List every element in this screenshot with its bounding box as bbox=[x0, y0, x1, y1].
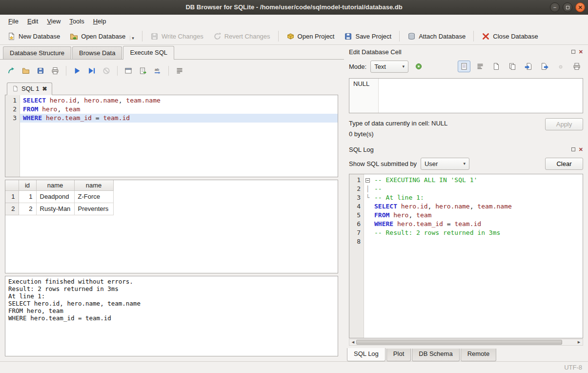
export-icon bbox=[541, 62, 548, 70]
code-line: 5FROM hero, team bbox=[349, 211, 583, 220]
menu-help[interactable]: Help bbox=[89, 16, 111, 27]
code-line: 7-- Result: 2 rows returned in 3ms bbox=[349, 228, 583, 237]
minimize-button[interactable]: − bbox=[550, 2, 560, 12]
wrap-lines-icon bbox=[476, 62, 484, 70]
close-database-button[interactable]: Close Database bbox=[477, 30, 543, 43]
sql-1-tab[interactable]: SQL 1 ✖ bbox=[7, 83, 52, 95]
text-view-button[interactable] bbox=[458, 61, 470, 72]
cell-view-icons bbox=[458, 61, 583, 72]
menu-tools[interactable]: Tools bbox=[65, 16, 88, 27]
scroll-left-icon[interactable]: ◀ bbox=[350, 340, 356, 344]
tab-plot[interactable]: Plot bbox=[386, 349, 411, 361]
log-horizontal-scrollbar[interactable]: ◀ ▶ bbox=[349, 339, 583, 346]
cell-editor[interactable]: NULL bbox=[349, 78, 583, 113]
table-cell[interactable]: Rusty-Man bbox=[36, 203, 74, 215]
document-view-button[interactable] bbox=[490, 61, 503, 72]
edit-cell-title: Edit Database Cell bbox=[349, 48, 571, 56]
open-in-external-button[interactable] bbox=[412, 61, 425, 72]
open-database-dropdown-icon[interactable]: ▾ bbox=[130, 36, 134, 41]
scrollbar-thumb[interactable] bbox=[356, 340, 562, 345]
corner-header[interactable] bbox=[5, 180, 19, 190]
tab-db-schema[interactable]: DB Schema bbox=[412, 349, 459, 361]
word-wrap-button[interactable] bbox=[173, 64, 186, 77]
sql-log-view: 1-- EXECUTING ALL IN 'SQL 1'2│--3└-- At … bbox=[349, 174, 583, 338]
tab-execute-sql[interactable]: Execute SQL bbox=[123, 46, 174, 60]
write-changes-button: Write Changes bbox=[146, 30, 208, 43]
attach-database-button[interactable]: Attach Database bbox=[403, 30, 470, 43]
log-filter-select[interactable]: User ▾ bbox=[421, 158, 469, 170]
print-icon bbox=[51, 67, 59, 75]
row-number[interactable]: 1 bbox=[5, 190, 19, 203]
encoding-indicator[interactable]: UTF-8 bbox=[564, 364, 582, 371]
new-database-button[interactable]: New Database bbox=[3, 30, 64, 43]
column-header-name2[interactable]: name bbox=[74, 180, 113, 190]
fold-marker bbox=[364, 202, 371, 211]
titlebar[interactable]: DB Browser for SQLite - /home/user/code/… bbox=[0, 0, 588, 15]
sql-editor[interactable]: 1SELECT hero.id, hero.name, team.name2FR… bbox=[5, 95, 338, 177]
code-line: 3└-- At line 1: bbox=[349, 193, 583, 202]
open-database-icon bbox=[70, 32, 78, 41]
print-button[interactable] bbox=[49, 64, 61, 77]
fold-marker[interactable] bbox=[364, 176, 371, 185]
save-project-icon bbox=[344, 32, 352, 41]
menu-edit[interactable]: Edit bbox=[23, 16, 42, 27]
mode-select[interactable]: Text ▾ bbox=[370, 61, 408, 73]
open-sql-file-button[interactable] bbox=[20, 64, 32, 77]
import-icon bbox=[525, 62, 532, 70]
column-header-id[interactable]: id bbox=[19, 180, 36, 190]
tab-sql-log[interactable]: SQL Log bbox=[347, 348, 385, 361]
export-cell-button[interactable] bbox=[538, 61, 551, 72]
minimize-icon: − bbox=[553, 5, 556, 10]
table-cell[interactable]: 1 bbox=[19, 190, 36, 203]
open-project-button[interactable]: Open Project bbox=[282, 30, 339, 43]
wrap-view-button[interactable] bbox=[474, 61, 487, 72]
new-database-icon bbox=[7, 32, 16, 41]
execute-all-button[interactable] bbox=[71, 64, 83, 77]
table-row[interactable]: 22Rusty-ManPreventers bbox=[5, 203, 113, 215]
close-database-icon bbox=[482, 32, 490, 41]
mode-value: Text bbox=[374, 63, 386, 70]
print-cell-button[interactable] bbox=[570, 61, 583, 72]
new-tab-button[interactable] bbox=[5, 64, 18, 77]
save-sql-file-button[interactable] bbox=[34, 64, 47, 77]
execute-sql-panel: ab SQL 1 ✖ 1SELECT hero.id, hero.name, t… bbox=[0, 60, 344, 361]
close-button[interactable]: ✕ bbox=[575, 2, 585, 12]
sql-log-title: SQL Log bbox=[349, 146, 571, 153]
toolbar-separator bbox=[168, 66, 169, 76]
close-panel-icon[interactable]: ✕ bbox=[579, 49, 583, 55]
table-cell[interactable]: 2 bbox=[19, 203, 36, 215]
open-database-button[interactable]: Open Database ▾ bbox=[65, 30, 139, 43]
stop-button bbox=[100, 64, 113, 77]
maximize-button[interactable] bbox=[563, 2, 572, 12]
tab-database-structure[interactable]: Database Structure bbox=[3, 46, 71, 59]
attach-database-icon bbox=[407, 32, 416, 41]
close-tab-icon[interactable]: ✖ bbox=[42, 85, 47, 92]
find-replace-button[interactable]: ab bbox=[151, 64, 164, 77]
copy-cell-button[interactable] bbox=[506, 61, 519, 72]
close-panel-icon[interactable]: ✕ bbox=[579, 147, 583, 152]
float-panel-icon[interactable] bbox=[571, 50, 575, 54]
table-cell[interactable]: Z-Force bbox=[74, 190, 113, 203]
new-tab-icon bbox=[7, 67, 15, 75]
code-line: 1-- EXECUTING ALL IN 'SQL 1' bbox=[349, 176, 583, 185]
table-row[interactable]: 11DeadpondZ-Force bbox=[5, 190, 113, 203]
table-cell[interactable]: Preventers bbox=[74, 203, 113, 215]
column-header-name[interactable]: name bbox=[36, 180, 74, 190]
code-line: 1SELECT hero.id, hero.name, team.name bbox=[5, 96, 338, 105]
menu-file[interactable]: File bbox=[4, 16, 23, 27]
left-panel: Database Structure Browse Data Execute S… bbox=[0, 45, 344, 361]
execute-line-button[interactable] bbox=[85, 64, 98, 77]
table-cell[interactable]: Deadpond bbox=[36, 190, 74, 203]
tab-remote[interactable]: Remote bbox=[461, 349, 497, 361]
menu-view[interactable]: View bbox=[42, 16, 65, 27]
clear-log-button[interactable]: Clear bbox=[545, 158, 583, 170]
float-panel-icon[interactable] bbox=[571, 147, 575, 151]
save-project-button[interactable]: Save Project bbox=[340, 30, 396, 43]
export-results-button[interactable] bbox=[122, 64, 135, 77]
tab-browse-data[interactable]: Browse Data bbox=[72, 46, 122, 59]
row-number[interactable]: 2 bbox=[5, 203, 19, 215]
import-cell-button[interactable] bbox=[522, 61, 535, 72]
copy-icon bbox=[508, 62, 516, 70]
scroll-right-icon[interactable]: ▶ bbox=[576, 340, 582, 344]
save-results-button[interactable] bbox=[137, 64, 149, 77]
